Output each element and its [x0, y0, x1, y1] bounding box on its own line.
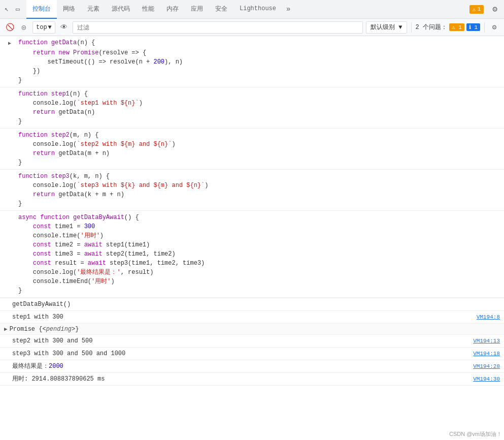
code-line: return getData(k + m + n) — [8, 190, 504, 199]
console-line-promise: ▶ Promise {<pending>} — [0, 324, 504, 335]
code-line: function step2(m, n) { — [8, 131, 504, 140]
code-line: console.log(`step2 with ${m} and ${n}`) — [8, 140, 504, 149]
console-source-step3[interactable]: VM194:18 — [465, 351, 500, 357]
console-source-step2[interactable]: VM194:13 — [465, 338, 500, 344]
console-line-time: 用时: 2914.808837890625 ms VM194:30 — [0, 373, 504, 386]
warn-count-badge[interactable]: ⚠ 1 — [449, 23, 464, 31]
settings-cog-icon[interactable]: ⚙ — [489, 22, 500, 33]
tab-application[interactable]: 应用 — [185, 0, 209, 19]
toolbar-divider — [411, 22, 412, 33]
filter-icon[interactable]: ◎ — [18, 22, 29, 33]
tab-network[interactable]: 网络 — [57, 0, 81, 19]
code-line: const result = await step3(time1, time2,… — [8, 259, 504, 268]
console-source-step1[interactable]: VM194:8 — [468, 314, 500, 320]
code-line: const time1 = 300 — [8, 222, 504, 231]
tab-bar-icons: ↖ ▭ — [2, 5, 22, 14]
expand-arrow[interactable]: ▶ — [8, 39, 16, 48]
code-text: function getData(n) { — [18, 38, 500, 47]
code-line: function step3(k, m, n) { — [8, 172, 504, 181]
toolbar-divider-2 — [484, 22, 485, 33]
code-text: const result = await step3(time1, time2,… — [18, 259, 500, 268]
tab-sources[interactable]: 源代码 — [106, 0, 136, 19]
code-block-step2: function step2(m, n) { console.log(`step… — [0, 129, 504, 170]
code-line: const time3 = await step2(time1, time2) — [8, 249, 504, 259]
code-line: }) — [8, 67, 504, 76]
code-text: const time3 = await step2(time1, time2) — [18, 249, 500, 259]
console-text: step2 with 300 and 500 — [12, 336, 465, 345]
code-text: return new Promise(resolve => { — [18, 48, 500, 57]
code-text: const time1 = 300 — [18, 222, 500, 231]
code-text: console.log(`step3 with ${k} and ${m} an… — [18, 181, 500, 190]
console-line-step1: step1 with 300 VM194:8 — [0, 311, 504, 324]
code-block-step1: function step1(n) { console.log(`step1 w… — [0, 87, 504, 129]
toolbar: 🚫 ◎ top ▼ 👁 默认级别 ▼ 2 个问题： ⚠ 1 ℹ 1 ⚙ — [0, 19, 504, 36]
code-line: console.log(`step3 with ${k} and ${m} an… — [8, 181, 504, 190]
code-text: console.timeEnd('用时') — [18, 277, 500, 286]
code-line: } — [8, 199, 504, 208]
promise-expand-arrow[interactable]: ▶ — [4, 326, 8, 332]
code-text: return getData(m + n) — [18, 149, 500, 158]
console-source-result[interactable]: VM194:28 — [465, 363, 500, 369]
code-text: const time2 = await step1(time1) — [18, 240, 500, 249]
code-text: return getData(k + m + n) — [18, 190, 500, 199]
console-text: step1 with 300 — [12, 312, 468, 322]
code-line: return getData(m + n) — [8, 149, 504, 158]
code-line: function step1(n) { — [8, 89, 504, 99]
code-text: return getData(n) — [18, 108, 500, 117]
code-line: } — [8, 117, 504, 126]
tab-elements[interactable]: 元素 — [81, 0, 106, 19]
code-line: return new Promise(resolve => { — [8, 48, 504, 57]
console-line-step2: step2 with 300 and 500 VM194:13 — [0, 335, 504, 348]
tab-console[interactable]: 控制台 — [26, 0, 57, 19]
code-text: } — [18, 286, 500, 295]
log-level-selector[interactable]: 默认级别 ▼ — [366, 21, 407, 34]
tab-lighthouse[interactable]: Lighthouse — [233, 0, 282, 19]
code-text: console.log(`step2 with ${m} and ${n}`) — [18, 140, 500, 149]
code-line: } — [8, 286, 504, 295]
code-line: return getData(n) — [8, 108, 504, 117]
code-line: console.timeEnd('用时') — [8, 277, 504, 286]
console-text: 用时: 2914.808837890625 ms — [12, 374, 465, 384]
context-selector[interactable]: top ▼ — [32, 21, 55, 34]
code-line: setTimeout(() => resolve(n + 200), n) — [8, 57, 504, 67]
code-line: const time2 = await step1(time1) — [8, 240, 504, 249]
settings-button[interactable]: ⚙ — [488, 2, 502, 16]
code-line: console.log('最终结果是：', result) — [8, 268, 504, 277]
info-count-badge[interactable]: ℹ 1 — [466, 23, 480, 31]
tab-performance[interactable]: 性能 — [136, 0, 160, 19]
code-line: console.time('用时') — [8, 231, 504, 240]
code-text: setTimeout(() => resolve(n + 200), n) — [18, 57, 500, 67]
console-section: getDataByAwait() step1 with 300 VM194:8 … — [0, 298, 504, 386]
tab-memory[interactable]: 内存 — [160, 0, 185, 19]
console-line-getdatabyawait: getDataByAwait() — [0, 298, 504, 311]
console-text: step3 with 300 and 500 and 1000 — [12, 349, 465, 358]
console-source-time[interactable]: VM194:30 — [465, 376, 500, 382]
tab-more[interactable]: » — [282, 0, 294, 19]
watermark: CSDN @vm场加油！ — [449, 430, 502, 438]
code-text: function step1(n) { — [18, 89, 500, 99]
console-line-step3: step3 with 300 and 500 and 1000 VM194:18 — [0, 348, 504, 360]
code-text: console.log(`step1 with ${n}`) — [18, 99, 500, 108]
code-text: } — [18, 199, 500, 208]
console-text: getDataByAwait() — [12, 300, 500, 309]
code-line: } — [8, 158, 504, 167]
console-output-area: ▶ function getData(n) { return new Promi… — [0, 36, 504, 440]
code-text: console.log('最终结果是：', result) — [18, 268, 500, 277]
code-block-getdatabyawait: async function getDataByAwait() { const … — [0, 211, 504, 298]
code-line: console.log(`step1 with ${n}`) — [8, 99, 504, 108]
clear-console-button[interactable]: 🚫 — [4, 22, 15, 33]
issues-count: 2 个问题： ⚠ 1 ℹ 1 — [416, 23, 480, 32]
code-line: async function getDataByAwait() { — [8, 213, 504, 222]
code-text: } — [18, 76, 500, 85]
code-block-getdata: ▶ function getData(n) { return new Promi… — [0, 36, 504, 87]
eye-icon[interactable]: 👁 — [58, 22, 70, 33]
device-icon[interactable]: ▭ — [13, 5, 22, 14]
code-text: console.time('用时') — [18, 231, 500, 240]
tab-security[interactable]: 安全 — [209, 0, 233, 19]
code-text: } — [18, 158, 500, 167]
filter-input[interactable] — [73, 21, 363, 34]
code-block-step3: function step3(k, m, n) { console.log(`s… — [0, 170, 504, 211]
warning-badge[interactable]: ⚠ 1 — [469, 5, 484, 14]
cursor-icon[interactable]: ↖ — [2, 5, 11, 14]
code-text: async function getDataByAwait() { — [18, 213, 500, 222]
